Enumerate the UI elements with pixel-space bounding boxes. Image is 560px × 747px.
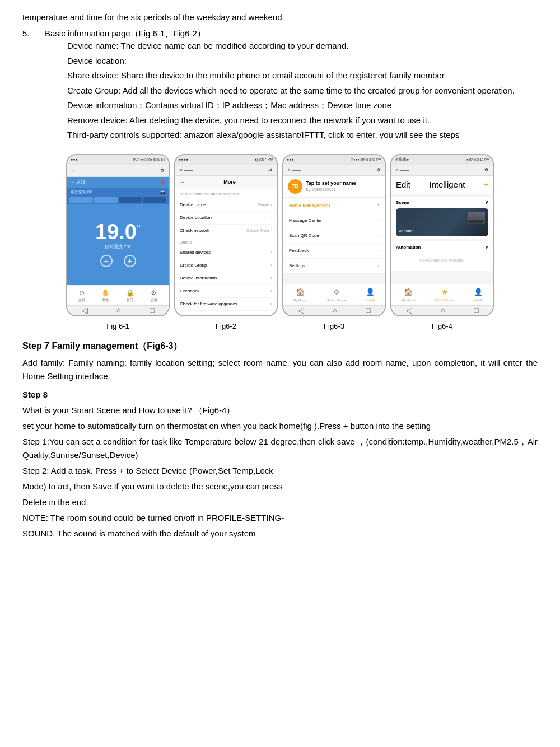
automation-empty-msg: No Automations Available [396, 253, 488, 268]
remove-device-text: Remove device: After deleting the device… [67, 114, 538, 127]
recent-square[interactable]: □ [366, 305, 370, 316]
row-value: › [270, 214, 272, 221]
phone2-back-btn[interactable]: ← [180, 179, 185, 186]
menu-home-management[interactable]: Home Management› [283, 198, 385, 213]
menu-feedback[interactable]: Feedback› [283, 244, 385, 258]
phone1-header: ← 返回 🔖 [67, 177, 169, 188]
nav-home-label: 主页 [78, 298, 85, 303]
phone4-top-right: ⚙ [484, 167, 488, 174]
nav-profile[interactable]: 👤 Profile [366, 287, 375, 303]
nav-my-home[interactable]: 🏠 My Home [293, 287, 307, 303]
step8-line3: Step 1:You can set a condition for task … [22, 435, 538, 462]
menu-message-center[interactable]: Message Center› [283, 213, 385, 228]
phone2-row-shared[interactable]: Shared devices › [175, 246, 277, 259]
phone2-row-feedback[interactable]: Feedback › [175, 285, 277, 298]
phone4-intelligent-btn[interactable]: Intelligent [429, 179, 465, 192]
back-triangle[interactable]: ◁ [82, 305, 88, 316]
phone2-row-location[interactable]: Device Location › [175, 212, 277, 225]
phone2-row-firmware[interactable]: Check for firmware upgrades › [175, 298, 277, 311]
phone2-top-right: ⚙ [268, 167, 272, 174]
phone3-status-left: ●●● [287, 157, 294, 163]
music-icon: 🔒 [126, 288, 134, 298]
phone1-android-nav: ◁ ○ □ [67, 305, 169, 315]
nav-control[interactable]: ✋ 智控 [101, 288, 110, 303]
automation-expand-icon[interactable]: ∨ [485, 244, 488, 251]
phone1-back-btn[interactable]: ○ —— [72, 167, 85, 174]
automation-label: Automation [396, 244, 421, 251]
row-value: › [270, 262, 272, 269]
phone3-content: ○ —— ⚙ TD Tap to set your name By 133959… [283, 165, 385, 305]
nav-settings[interactable]: ⚙ 设置 [151, 288, 157, 303]
phone1-frame: ●●● 电力●●◎消●89% 1:7 ○ —— ⚙ ← 返回 🔖 客厅空调 8X… [66, 154, 170, 316]
home-circle[interactable]: ○ [441, 305, 445, 316]
temp-controls: − + [100, 255, 136, 267]
temp-increase-btn[interactable]: + [124, 255, 136, 267]
phone1-back[interactable]: ← 返回 [71, 179, 85, 186]
row-label: Check network [180, 227, 209, 234]
scene-expand-icon[interactable]: ∨ [485, 199, 488, 206]
phone4-bottom-nav: 🏠 My Home ★ Smart Scene 👤 Profile [391, 284, 493, 305]
step8-line8: SOUND. The sound is matched with the def… [22, 527, 538, 540]
recent-square[interactable]: □ [150, 305, 154, 316]
automation-header: Automation ∨ [396, 244, 488, 251]
phone2-frame: ●●●● ●| 8:07 PM ○ —— ⚙ ← More Basic info… [174, 154, 278, 316]
phone4-add-btn[interactable]: + [484, 179, 488, 190]
row-label: Device name [180, 202, 206, 208]
phone1-status-bar: ●●● 电力●●◎消●89% 1:7 [67, 155, 169, 165]
device-name-text: Device name: The device name can be modi… [67, 40, 538, 53]
user-info: Tap to set your name By 13395930153 [306, 180, 356, 193]
phone2-row-devicename[interactable]: Device name Smart › [175, 199, 277, 212]
phone2-caption: Fig6-2 [216, 321, 236, 332]
phone1-favorite[interactable]: 🔖 [160, 179, 165, 186]
item-number: 5. [22, 27, 39, 144]
nav-smart-scene[interactable]: ⚙ Smart Scene [326, 287, 346, 303]
temp-decrease-btn[interactable]: − [100, 255, 113, 267]
phone4-top-left: ○ —— [396, 167, 409, 174]
nav-control-label: 智控 [102, 298, 109, 303]
phone3-top-left: ○ —— [288, 167, 301, 174]
phone2-rows: Device name Smart › Device Location › Ch… [175, 199, 277, 311]
phone2-section-title: Basic information about the device [175, 189, 277, 199]
menu-scan-qr[interactable]: Scan QR Code› [283, 228, 385, 243]
nav-smart-scene[interactable]: ★ Smart Scene [435, 287, 454, 303]
phone1-wrapper: ●●● 电力●●◎消●89% 1:7 ○ —— ⚙ ← 返回 🔖 客厅空调 8X… [66, 154, 170, 332]
phone2-row-group[interactable]: Create Group › [175, 259, 277, 272]
nav-my-home[interactable]: 🏠 My Home [401, 287, 416, 303]
item5-title: Basic information page（Fig 6-1、Fig6-2） [45, 27, 538, 40]
home-circle[interactable]: ○ [333, 305, 337, 316]
recent-square[interactable]: □ [474, 305, 478, 316]
row-value: › [270, 301, 272, 307]
numbered-item-5: 5. Basic information page（Fig 6-1、Fig6-2… [22, 27, 538, 144]
back-triangle[interactable]: ◁ [298, 305, 304, 316]
menu-settings[interactable]: Settings› [283, 259, 385, 273]
step8-line1: What is your Smart Scene and How to use … [22, 404, 538, 417]
remove-device-btn[interactable]: Remove Device [175, 311, 277, 316]
phone2-content: ○ —— ⚙ ← More Basic information about th… [175, 165, 277, 316]
phone4-header: Edit Intelligent + [391, 176, 493, 195]
nav-profile[interactable]: 👤 Profile [474, 287, 483, 303]
step8-line2: set your home to automatically turn on t… [22, 419, 538, 433]
phone4-edit-btn[interactable]: Edit [396, 179, 410, 192]
step8-heading: Step 8 [22, 389, 538, 401]
phone2-status-bar: ●●●● ●| 8:07 PM [175, 155, 277, 165]
phone2-row-info[interactable]: Device information › [175, 272, 277, 285]
scene-name-label: at home [399, 228, 413, 235]
phone3-header: TD Tap to set your name By 13395930153 [283, 176, 385, 198]
phone2-header: ← More [175, 176, 277, 190]
phone4-automation-section: Automation ∨ No Automations Available [391, 241, 493, 271]
row-value: › [270, 249, 272, 256]
nav-music[interactable]: 🔒 音乐 [126, 288, 134, 303]
phone1-camera-icon: 📷 [160, 189, 165, 195]
row-value: › [270, 275, 272, 282]
temperature-display: 19.0 [95, 221, 137, 242]
create-group-text: Create Group: Add all the devices which … [67, 85, 538, 97]
home-icon: 🏠 [296, 287, 305, 298]
phone3-menu: Home Management› Message Center› Scan QR… [283, 198, 385, 273]
back-triangle[interactable]: ◁ [406, 305, 412, 316]
phone1-settings-icon[interactable]: ⚙ [160, 167, 164, 174]
nav-home[interactable]: ⊙ 主页 [78, 288, 85, 303]
phone2-row-network[interactable]: Check network Check Now › [175, 225, 277, 237]
phone3-wrapper: ●●● ◎●●●|89%| 3:42 PM ○ —— ⚙ TD Tap to s… [282, 154, 386, 332]
home-circle[interactable]: ○ [116, 305, 121, 316]
phone1-content: ○ —— ⚙ ← 返回 🔖 客厅空调 8X 📷 [67, 165, 169, 305]
